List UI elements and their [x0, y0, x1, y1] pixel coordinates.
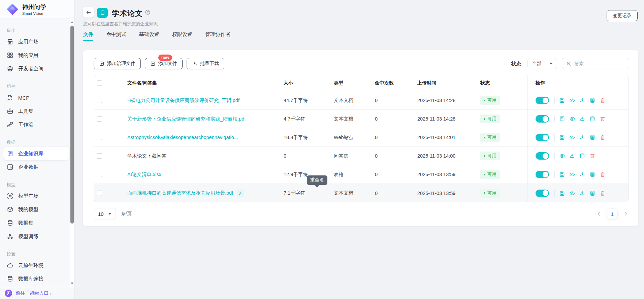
file-name[interactable]: H省电力公司计量设备供应商绩效评价研究_王玥.pdf: [127, 97, 239, 104]
sidebar-item-knowledge-base[interactable]: 企业知识库: [3, 147, 69, 160]
current-page-button[interactable]: 1: [607, 209, 617, 219]
download-icon[interactable]: [579, 134, 585, 140]
scroll-down-arrow-icon[interactable]: [71, 283, 73, 285]
file-name[interactable]: 面向脑机接口的高速通信需求及相关应用场景.pdf: [127, 190, 233, 196]
tab-权限设置[interactable]: 权限设置: [172, 31, 192, 41]
eye-icon[interactable]: [569, 134, 575, 140]
back-button[interactable]: [83, 7, 94, 18]
super-entrance-link[interactable]: 前往「超级入口」: [15, 290, 53, 296]
file-name[interactable]: 关于新形势下企业供应链管理的研究和实践_陆丽梅.pdf: [127, 116, 246, 122]
page-size-select[interactable]: 10: [94, 208, 116, 220]
table-row: 学术论文下载问答0问答集02025-11-03 14:00可用: [94, 147, 629, 165]
file-size: 7.1千字符: [280, 184, 330, 202]
enable-toggle[interactable]: [536, 97, 549, 104]
enable-toggle[interactable]: [536, 190, 549, 197]
prev-page-icon[interactable]: [596, 211, 602, 217]
sidebar-item-cube[interactable]: 我的模型: [0, 203, 74, 216]
bookmark-book-icon[interactable]: [559, 171, 565, 177]
eye-icon[interactable]: [569, 97, 575, 103]
sidebar-item-storefront[interactable]: 应用广场: [0, 35, 74, 48]
trash-icon[interactable]: [600, 134, 606, 140]
file-size: 0: [280, 147, 330, 165]
database-icon[interactable]: [589, 171, 595, 177]
file-size: 44.7千字符: [280, 91, 330, 109]
row-checkbox[interactable]: [97, 172, 102, 177]
sidebar-item-label: 数据集: [18, 220, 33, 226]
trash-icon[interactable]: [600, 171, 606, 177]
eye-icon[interactable]: [569, 116, 575, 122]
change-log-button[interactable]: 变更记录: [607, 10, 638, 21]
batch-download-button[interactable]: 批量下载: [187, 58, 224, 69]
filters: 状态: 全部: [511, 58, 629, 69]
database-icon[interactable]: [579, 153, 585, 159]
bookmark-book-icon[interactable]: [559, 116, 565, 122]
row-checkbox[interactable]: [97, 191, 102, 196]
page-title: 学术论文: [112, 8, 143, 19]
eye-icon[interactable]: [569, 171, 575, 177]
tab-文件[interactable]: 文件: [83, 31, 93, 41]
enable-toggle[interactable]: [536, 115, 549, 123]
sidebar-scrollbar[interactable]: [70, 19, 74, 287]
tab-基础设置[interactable]: 基础设置: [139, 31, 159, 41]
sidebar-item-database-connection[interactable]: 数据库连接: [0, 272, 74, 286]
next-page-icon[interactable]: [623, 211, 629, 217]
sidebar-nav: 应用应用广场我的应用开发者空间组件MCPMCP工具集工作流数据企业知识库企业数据…: [0, 19, 74, 286]
bookmark-book-icon[interactable]: [559, 190, 565, 196]
row-checkbox[interactable]: [97, 153, 102, 159]
file-type: 问答集: [330, 147, 371, 165]
sidebar-item-cloud[interactable]: 云原生环境: [0, 259, 74, 272]
eye-icon[interactable]: [569, 190, 575, 196]
upload-time: 2025-11-03 14:28: [415, 110, 477, 128]
enable-toggle[interactable]: [536, 134, 549, 141]
download-icon[interactable]: [579, 171, 585, 177]
bookmark-book-icon[interactable]: [559, 97, 565, 103]
enable-toggle[interactable]: [536, 171, 549, 178]
database-icon[interactable]: [589, 97, 595, 103]
search-input[interactable]: [574, 61, 621, 66]
status-badge: 可用: [480, 133, 500, 142]
sidebar-item-mcp-file[interactable]: MCPMCP: [0, 91, 74, 104]
table-row: H省电力公司计量设备供应商绩效评价研究_王玥.pdf44.7千字符文本文档020…: [94, 91, 629, 110]
sidebar-item-workflow[interactable]: 工作流: [0, 118, 74, 131]
add-governance-file-button[interactable]: 添加治理文件 new: [94, 58, 141, 69]
sidebar-item-label: 工作流: [18, 122, 33, 128]
toolbox-icon: [7, 108, 13, 114]
database-icon[interactable]: [589, 116, 595, 122]
tab-管理协作者[interactable]: 管理协作者: [205, 31, 230, 41]
download-icon[interactable]: [579, 97, 585, 103]
tab-命中测试[interactable]: 命中测试: [106, 31, 126, 41]
help-icon[interactable]: [145, 9, 151, 15]
status-filter-select[interactable]: 全部: [527, 58, 557, 69]
enable-toggle[interactable]: [536, 152, 549, 160]
row-checkbox[interactable]: [97, 116, 102, 122]
row-checkbox[interactable]: [97, 135, 102, 140]
sidebar-item-grid[interactable]: 我的应用: [0, 48, 74, 62]
sidebar-item-dataset[interactable]: 数据集: [0, 216, 74, 230]
bookmark-book-icon[interactable]: [559, 134, 565, 140]
download-icon[interactable]: [569, 153, 575, 159]
rename-icon[interactable]: [237, 190, 244, 197]
sidebar-item-label: 模型广场: [18, 193, 38, 199]
chevron-down-icon: [549, 63, 553, 65]
sidebar-item-model-plaza[interactable]: 模型广场: [0, 189, 74, 203]
scrollbar-thumb[interactable]: [70, 26, 74, 224]
eye-icon[interactable]: [559, 153, 565, 159]
trash-icon[interactable]: [589, 153, 595, 159]
file-name[interactable]: AI论文清单.xlsx: [127, 171, 161, 178]
download-icon[interactable]: [579, 190, 585, 196]
database-icon[interactable]: [589, 134, 595, 140]
trash-icon[interactable]: [600, 97, 606, 103]
sidebar-item-developer-space[interactable]: 开发者空间: [0, 62, 74, 75]
sidebar-item-model-training[interactable]: 模型训练: [0, 230, 74, 243]
database-icon[interactable]: [589, 190, 595, 196]
table-row: AstrophysicsofGalaxiesopensearchopennavi…: [94, 128, 629, 147]
download-icon[interactable]: [579, 116, 585, 122]
sidebar-item-toolbox[interactable]: 工具集: [0, 104, 74, 118]
trash-icon[interactable]: [600, 190, 606, 196]
sidebar-item-bar-chart[interactable]: 企业数据: [0, 160, 74, 174]
scroll-up-arrow-icon[interactable]: [71, 21, 73, 23]
row-checkbox[interactable]: [97, 98, 102, 103]
trash-icon[interactable]: [600, 116, 606, 122]
file-name[interactable]: AstrophysicsofGalaxiesopensearchopennavi…: [127, 135, 238, 140]
select-all-checkbox[interactable]: [97, 80, 102, 86]
